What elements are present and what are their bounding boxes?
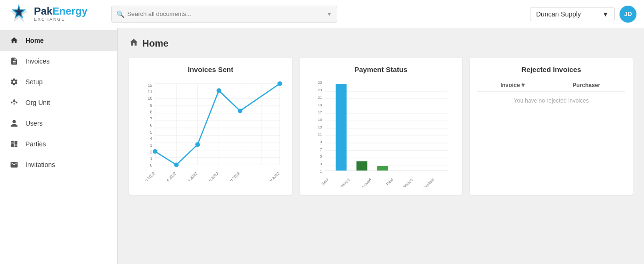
search-dropdown-icon[interactable]: ▼ [326, 11, 332, 17]
sidebar-label-invitations: Invitations [25, 161, 55, 168]
user-icon [9, 119, 19, 128]
svg-text:3: 3 [320, 162, 322, 166]
rejected-table-body: You have no rejected invoices [477, 92, 625, 110]
avatar[interactable]: JD [620, 6, 636, 23]
svg-text:Jun 2022: Jun 2022 [141, 171, 156, 181]
svg-text:4: 4 [150, 136, 152, 141]
dashboard-grid: Invoices Sent [129, 58, 633, 195]
company-select[interactable]: Duncan Supply ▼ [530, 7, 615, 21]
svg-text:Nov 2022: Nov 2022 [265, 171, 281, 181]
svg-text:8: 8 [150, 110, 152, 114]
svg-point-3 [13, 99, 15, 101]
sidebar-item-orgunit[interactable]: Org Unit [0, 92, 117, 113]
sidebar-item-invoices[interactable]: Invoices [0, 51, 117, 72]
svg-text:21: 21 [318, 96, 322, 100]
search-input[interactable] [127, 10, 324, 17]
rejected-invoices-table: Invoice # Purchaser You have no rejected… [477, 79, 625, 110]
svg-rect-80 [377, 166, 388, 170]
invitations-icon [9, 160, 19, 169]
svg-text:Approved: Approved [357, 177, 373, 187]
sidebar-item-parties[interactable]: Parties [0, 134, 117, 154]
svg-rect-7 [15, 145, 17, 147]
avatar-initials: JD [624, 10, 632, 17]
sidebar-item-invitations[interactable]: Invitations [0, 154, 117, 175]
parties-icon [9, 139, 19, 149]
svg-text:Paid: Paid [385, 177, 394, 186]
org-icon [9, 98, 19, 107]
page-title: Home [142, 38, 169, 49]
company-name: Duncan Supply [536, 10, 581, 18]
search-bar[interactable]: 🔍 ▼ [111, 6, 337, 23]
rejected-table-head: Invoice # Purchaser [477, 79, 625, 92]
logo-icon [8, 3, 30, 25]
svg-text:9: 9 [150, 103, 152, 108]
topbar: PakEnergy EXCHANGE 🔍 ▼ Duncan Supply ▼ J… [0, 0, 644, 28]
search-icon: 🔍 [116, 10, 124, 18]
svg-text:23: 23 [318, 88, 322, 92]
svg-text:17: 17 [318, 110, 322, 114]
svg-text:1: 1 [320, 169, 322, 174]
company-dropdown-icon: ▼ [602, 10, 609, 18]
svg-point-42 [195, 142, 200, 147]
main-layout: Home Invoices Setup Org Unit Users [0, 28, 644, 264]
svg-text:5: 5 [150, 130, 152, 135]
invoice-icon [9, 56, 19, 66]
svg-text:25: 25 [318, 80, 322, 85]
topbar-right: Duncan Supply ▼ JD [530, 6, 636, 23]
svg-point-43 [217, 88, 221, 93]
no-data-message: You have no rejected invoices [477, 92, 625, 110]
sidebar-item-setup[interactable]: Setup [0, 72, 117, 92]
svg-text:Aug 2022: Aug 2022 [183, 171, 199, 181]
gear-icon [9, 77, 19, 87]
svg-text:11: 11 [148, 89, 153, 94]
logo-energy: Energy [52, 6, 88, 17]
svg-text:0: 0 [150, 163, 152, 168]
sidebar-label-parties: Parties [25, 140, 46, 148]
sidebar-label-home: Home [25, 37, 44, 44]
svg-text:Sent: Sent [320, 177, 330, 186]
payment-status-chart: 1 3 5 7 9 11 13 15 17 19 21 23 25 [307, 79, 455, 187]
rejected-invoices-title: Rejected Invoices [477, 65, 625, 73]
sidebar-label-users: Users [25, 120, 43, 127]
col-invoice-header: Invoice # [477, 79, 547, 92]
payment-status-title: Payment Status [307, 65, 455, 73]
svg-point-40 [153, 149, 157, 154]
svg-point-41 [174, 162, 179, 167]
svg-text:Resubmitted: Resubmitted [416, 177, 435, 187]
svg-text:7: 7 [150, 116, 152, 121]
no-data-row: You have no rejected invoices [477, 92, 625, 110]
svg-text:13: 13 [318, 125, 322, 129]
svg-text:7: 7 [320, 147, 322, 152]
logo-text: PakEnergy EXCHANGE [34, 6, 88, 22]
svg-text:Rejected: Rejected [399, 177, 414, 187]
sidebar-label-setup: Setup [25, 78, 43, 86]
sidebar: Home Invoices Setup Org Unit Users [0, 28, 118, 264]
svg-rect-5 [11, 144, 14, 147]
sidebar-item-users[interactable]: Users [0, 113, 117, 134]
page-home-icon [129, 38, 139, 49]
svg-text:Jul 2022: Jul 2022 [163, 171, 177, 181]
sidebar-item-home[interactable]: Home [0, 30, 117, 51]
payment-status-card: Payment Status [300, 58, 463, 195]
col-purchaser-header: Purchaser [547, 79, 625, 92]
logo-pak: Pak [34, 6, 52, 17]
svg-text:5: 5 [320, 154, 322, 159]
logo-area: PakEnergy EXCHANGE [8, 3, 102, 25]
svg-rect-4 [11, 141, 14, 143]
main-content: Home Invoices Sent [118, 28, 644, 264]
rejected-invoices-card: Rejected Invoices Invoice # Purchaser Yo… [470, 58, 633, 195]
logo-exchange: EXCHANGE [34, 17, 88, 22]
invoices-sent-chart: 0 1 2 3 4 5 6 7 8 9 10 11 12 [137, 79, 285, 181]
svg-text:6: 6 [150, 123, 152, 128]
svg-text:12: 12 [148, 83, 153, 88]
svg-rect-6 [15, 141, 17, 144]
svg-text:Oct 2022: Oct 2022 [226, 171, 241, 181]
svg-text:1: 1 [150, 156, 152, 161]
svg-text:2: 2 [150, 150, 152, 154]
sidebar-label-orgunit: Org Unit [25, 99, 50, 106]
svg-text:9: 9 [320, 140, 322, 144]
svg-point-44 [238, 109, 243, 113]
invoices-sent-card: Invoices Sent [129, 58, 292, 195]
svg-text:Received: Received [335, 177, 351, 187]
page-header: Home [129, 38, 633, 49]
